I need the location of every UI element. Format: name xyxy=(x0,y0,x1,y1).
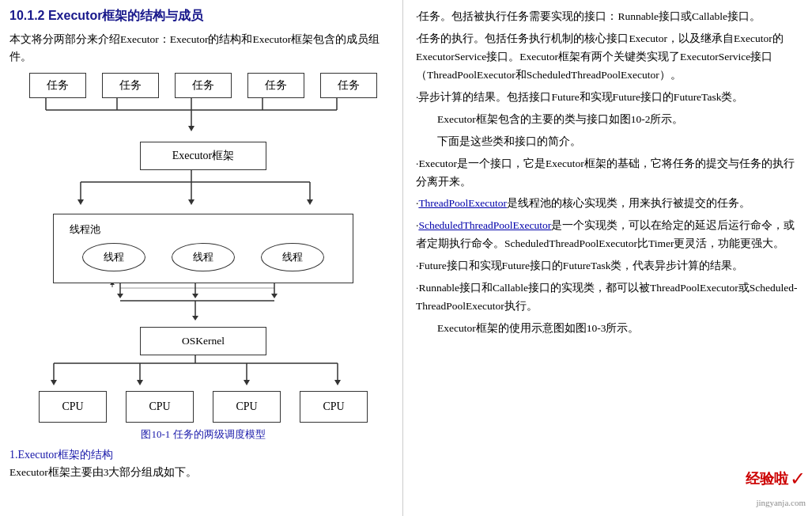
svg-marker-31 xyxy=(51,380,57,385)
task-box-4: 任务 xyxy=(247,73,304,98)
task-box-3: 任务 xyxy=(175,73,232,98)
right-para-11: Executor框架的使用示意图如图10-3所示。 xyxy=(416,320,799,338)
svg-marker-11 xyxy=(77,199,84,205)
right-para-4: Executor框架包含的主要的类与接口如图10-2所示。 xyxy=(416,111,799,129)
right-para-10: ·Runnable接口和Callable接口的实现类，都可以被ThreadPoo… xyxy=(416,279,799,316)
thread-row: 线程 线程 线程 xyxy=(70,243,337,271)
svg-marker-13 xyxy=(188,199,195,205)
diagram-area: 任务 任务 任务 任务 任务 Executor框架 xyxy=(9,73,397,442)
watermark-url: jingyanja.com xyxy=(756,495,806,510)
svg-marker-21 xyxy=(271,294,278,298)
right-panel: ·任务。包括被执行任务需要实现的接口：Runnable接口或Callable接口… xyxy=(403,0,812,516)
task-to-executor-arrows xyxy=(9,98,381,142)
oskernel-box: OSKernel xyxy=(140,327,266,355)
executor-box: Executor框架 xyxy=(140,142,266,170)
svg-marker-25 xyxy=(192,316,198,321)
svg-marker-7 xyxy=(188,126,195,131)
svg-marker-19 xyxy=(192,294,198,298)
right-para-2: ·任务的执行。包括任务执行机制的核心接口Executor，以及继承自Execut… xyxy=(416,30,799,85)
task-box-2: 任务 xyxy=(102,73,159,98)
thread-oval-1: 线程 xyxy=(82,243,145,271)
svg-marker-33 xyxy=(137,380,143,385)
threadpoolexecutor-link: ThreadPoolExecutor xyxy=(418,197,507,209)
cpu-box-1: CPU xyxy=(39,391,107,423)
thread-oval-3: 线程 xyxy=(261,243,324,271)
threadpool-outer: 线程池 线程 线程 线程 xyxy=(53,214,353,283)
watermark: 经验啦 ✓ jingyanja.com xyxy=(746,464,806,510)
right-para-6: ·Executor是一个接口，它是Executor框架的基础，它将任务的提交与任… xyxy=(416,155,799,192)
watermark-checkmark: ✓ xyxy=(790,464,806,495)
left-panel: 10.1.2 Executor框架的结构与成员 本文将分两部分来介绍Execut… xyxy=(0,0,403,516)
watermark-text: 经验啦 xyxy=(746,468,788,491)
cpu-box-3: CPU xyxy=(213,391,281,423)
threadpool-label: 线程池 xyxy=(70,222,337,237)
svg-marker-15 xyxy=(307,199,313,205)
right-para-1: ·任务。包括被执行任务需要实现的接口：Runnable接口或Callable接口… xyxy=(416,8,799,26)
right-para-8: ·ScheduledThreadPoolExecutor是一个实现类，可以在给定… xyxy=(416,217,799,253)
task-box-1: 任务 xyxy=(29,73,86,98)
svg-marker-17 xyxy=(117,294,123,298)
right-para-7: ·ThreadPoolExecutor是线程池的核心实现类，用来执行被提交的任务… xyxy=(416,195,799,213)
task-box-5: 任务 xyxy=(320,73,377,98)
fig-caption: 图10-1 任务的两级调度模型 xyxy=(9,427,397,442)
cpu-box-4: CPU xyxy=(300,391,368,423)
svg-marker-35 xyxy=(244,380,250,385)
oskernel-to-cpu-arrows xyxy=(9,355,381,391)
cpu-row: CPU CPU CPU CPU xyxy=(29,391,377,423)
intro-text: 本文将分两部分来介绍Executor：Executor的结构和Executor框… xyxy=(9,31,393,65)
scheduledthreadpoolexecutor-link: ScheduledThreadPoolExecutor xyxy=(418,219,551,231)
svg-marker-37 xyxy=(334,380,341,385)
executor-to-threadpool-arrows xyxy=(9,170,381,214)
thread-oval-2: 线程 xyxy=(172,243,235,271)
threadpool-to-oskernel-arrows xyxy=(9,283,381,327)
section-title: 10.1.2 Executor框架的结构与成员 xyxy=(9,8,393,25)
right-para-3: ·异步计算的结果。包括接口Future和实现Future接口的FutureTas… xyxy=(416,89,799,107)
cpu-box-2: CPU xyxy=(126,391,194,423)
right-para-9: ·Future接口和实现Future接口的FutureTask类，代表异步计算的… xyxy=(416,257,799,275)
bottom-text: Executor框架主要由3大部分组成如下。 xyxy=(9,465,393,480)
task-row: 任务 任务 任务 任务 任务 xyxy=(21,73,385,98)
right-para-5: 下面是这些类和接口的简介。 xyxy=(416,133,799,151)
bottom-section-title: 1.Executor框架的结构 xyxy=(9,448,393,462)
